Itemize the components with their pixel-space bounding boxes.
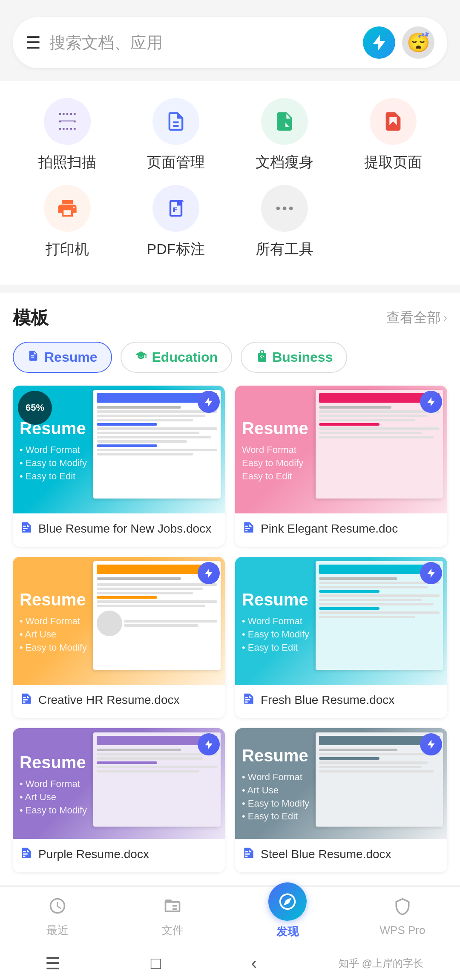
view-all-arrow-icon: › (443, 311, 447, 325)
template-thumb-orange: Resume • Word Format • Art Use • Easy to… (13, 557, 225, 685)
template-info-blue: Blue Resume for New Jobs.docx (13, 513, 225, 547)
tool-print[interactable]: 打印机 (25, 185, 110, 259)
tools-section: 拍照扫描 页面管理 文档瘦身 提取页面 (0, 81, 460, 285)
scan-icon (44, 98, 91, 145)
resume-label-purple: Resume • Word Format • Art Use • Easy to… (20, 750, 87, 817)
doc-icon-2 (242, 521, 256, 538)
tab-education[interactable]: Education (121, 342, 233, 373)
wps-pro-icon (393, 897, 412, 920)
compass-icon (278, 892, 297, 911)
lightning-badge-3 (198, 562, 220, 584)
bottom-nav: 最近 文件 发现 WPS Pro (0, 886, 460, 946)
avatar-icon: 😴 (407, 32, 430, 54)
template-info-purple: Purple Resume.docx (13, 839, 225, 872)
template-name-blue: Blue Resume for New Jobs.docx (38, 520, 211, 537)
template-name-fresh: Fresh Blue Resume.docx (261, 692, 394, 708)
system-nav: ☰ □ ‹ 知乎 @上岸的字长 (0, 946, 460, 980)
lightning-button[interactable] (363, 26, 395, 59)
lightning-badge-5 (198, 733, 220, 755)
search-input[interactable]: 搜索文档、应用 (49, 32, 354, 54)
zhihu-label: 知乎 @上岸的字长 (330, 952, 432, 974)
education-tab-icon (135, 350, 147, 365)
system-menu-btn[interactable]: ☰ (28, 949, 78, 977)
nav-wps-pro[interactable]: WPS Pro (345, 897, 460, 937)
files-icon (163, 896, 182, 919)
lightning-badge-4 (420, 562, 442, 584)
tools-row-1: 拍照扫描 页面管理 文档瘦身 提取页面 (0, 94, 460, 176)
view-all-button[interactable]: 查看全部 › (386, 308, 447, 327)
recent-icon (48, 896, 67, 919)
tool-extract[interactable]: 提取页面 (351, 98, 436, 172)
doc-icon-5 (20, 847, 33, 864)
template-name-purple: Purple Resume.docx (38, 846, 149, 862)
nav-files[interactable]: 文件 (115, 896, 230, 938)
template-name-steel: Steel Blue Resume.docx (261, 846, 391, 862)
svg-point-0 (276, 207, 280, 210)
template-card-steel[interactable]: Resume • Word Format • Art Use • Easy to… (235, 728, 447, 872)
template-card-blue-resume[interactable]: Resume • Word Format • Easy to Modify • … (13, 386, 225, 547)
system-home-btn[interactable]: □ (134, 949, 178, 977)
recent-label: 最近 (46, 923, 69, 938)
template-grid: Resume • Word Format • Easy to Modify • … (13, 386, 447, 885)
discount-badge: 65% (18, 391, 52, 425)
page-manage-icon (152, 98, 199, 145)
tool-scan[interactable]: 拍照扫描 (25, 98, 110, 172)
lightning-badge-6 (420, 733, 442, 755)
menu-icon[interactable]: ☰ (26, 34, 41, 51)
slim-icon (261, 98, 308, 145)
template-info-steel: Steel Blue Resume.docx (235, 839, 447, 872)
print-icon (44, 185, 91, 232)
tools-row-2: 打印机 PDF标注 所有工具 (0, 181, 460, 263)
template-thumb-teal: Resume • Word Format • Easy to Modify • … (235, 557, 447, 685)
print-label: 打印机 (46, 239, 89, 259)
template-name-pink: Pink Elegant Resume.doc (261, 520, 398, 537)
search-actions: 😴 (363, 26, 434, 59)
more-icon (261, 185, 308, 232)
tool-more[interactable]: 所有工具 (242, 185, 327, 259)
discover-button[interactable] (268, 882, 307, 921)
user-avatar[interactable]: 😴 (402, 26, 434, 59)
discover-label: 发现 (276, 924, 299, 939)
template-info-pink: Pink Elegant Resume.doc (235, 513, 447, 547)
resume-label-steel: Resume • Word Format • Art Use • Easy to… (242, 744, 309, 823)
search-bar: ☰ 搜索文档、应用 😴 (13, 17, 447, 68)
doc-icon-4 (242, 692, 256, 709)
lightning-badge-1 (198, 391, 220, 413)
scan-label: 拍照扫描 (38, 153, 96, 172)
template-info-fresh: Fresh Blue Resume.docx (235, 685, 447, 718)
education-tab-label: Education (152, 349, 218, 365)
more-label: 所有工具 (256, 239, 313, 259)
nav-recent[interactable]: 最近 (0, 896, 115, 938)
doc-icon-3 (20, 692, 33, 709)
lightning-icon (370, 33, 388, 52)
slim-label: 文档瘦身 (256, 153, 313, 172)
tool-slim[interactable]: 文档瘦身 (242, 98, 327, 172)
tab-business[interactable]: Business (241, 342, 347, 373)
tool-page-manage[interactable]: 页面管理 (133, 98, 218, 172)
extract-icon (370, 98, 417, 145)
files-label: 文件 (161, 923, 184, 938)
resume-label-blue: Resume • Word Format • Easy to Modify • … (20, 416, 87, 483)
template-info-creative: Creative HR Resume.docx (13, 685, 225, 718)
nav-discover[interactable]: 发现 (230, 895, 345, 939)
resume-label-orange: Resume • Word Format • Art Use • Easy to… (20, 588, 87, 654)
extract-label: 提取页面 (364, 153, 422, 172)
template-card-pink-resume[interactable]: Resume Word Format Easy to Modify Easy t… (235, 386, 447, 547)
template-card-fresh-blue[interactable]: Resume • Word Format • Easy to Modify • … (235, 557, 447, 718)
pdf-label: PDF标注 (147, 239, 205, 259)
template-name-creative: Creative HR Resume.docx (38, 692, 179, 708)
section-title: 模板 (13, 306, 49, 330)
section-header: 模板 查看全部 › (13, 306, 447, 330)
resume-tab-label: Resume (44, 349, 98, 365)
system-back-btn[interactable]: ‹ (234, 949, 274, 977)
lightning-badge-2 (420, 391, 442, 413)
resume-tab-icon (27, 350, 39, 365)
template-thumb-blue: Resume • Word Format • Easy to Modify • … (13, 386, 225, 513)
tab-resume[interactable]: Resume (13, 342, 112, 373)
page-manage-label: 页面管理 (147, 153, 205, 172)
business-tab-label: Business (272, 349, 333, 365)
template-card-creative-hr[interactable]: Resume • Word Format • Art Use • Easy to… (13, 557, 225, 718)
tool-pdf[interactable]: PDF标注 (133, 185, 218, 259)
doc-icon-1 (20, 521, 33, 538)
template-card-purple[interactable]: Resume • Word Format • Art Use • Easy to… (13, 728, 225, 872)
